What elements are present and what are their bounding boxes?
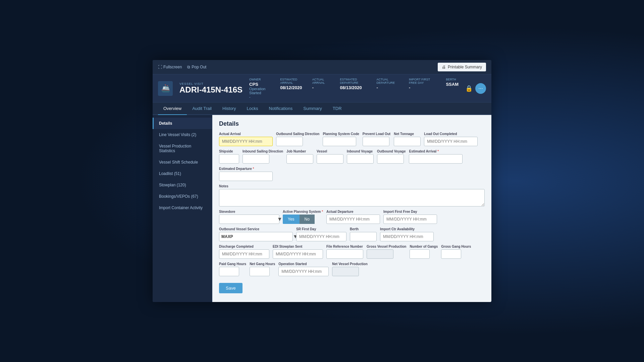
notes-textarea[interactable] — [219, 189, 485, 206]
sr-first-day-field-label: SR First Day — [296, 227, 346, 231]
sidebar-item-vessel-production-statistics[interactable]: Vessel Production Statistics — [153, 140, 212, 157]
edi-stowplan-field-label: EDI Stowplan Sent — [273, 245, 323, 248]
sidebar-item-line-vessel-visits[interactable]: Line Vessel Visits (2) — [153, 129, 212, 140]
file-reference-field-label: File Reference Number — [326, 245, 363, 248]
tab-locks[interactable]: Locks — [241, 103, 263, 115]
sidebar-item-vessel-shift-schedule[interactable]: Vessel Shift Schedule — [153, 157, 212, 168]
sidebar-item-stowplan[interactable]: Stowplan (120) — [153, 179, 212, 191]
sidebar-item-details[interactable]: Details — [153, 118, 212, 129]
shipside-field-label: Shipside — [219, 149, 239, 153]
discharge-input[interactable] — [219, 249, 269, 259]
planning-system-input[interactable]: ADRI416 — [323, 137, 356, 146]
vessel-input[interactable]: ADRI — [317, 154, 343, 164]
est-departure-value: 08/13/2020 — [340, 85, 369, 90]
est-arrival-field-label: Estimated Arrival * — [409, 149, 463, 153]
import-ctr-input[interactable] — [380, 232, 434, 241]
inbound-voyage-input[interactable]: 415N — [347, 154, 374, 164]
est-departure-field-label: Estimated Departure * — [219, 167, 273, 171]
outbound-voyage-input[interactable]: 416S — [377, 154, 404, 164]
tab-tdr[interactable]: TDR — [327, 103, 347, 115]
import-ffd-label: Import First Free Day — [409, 78, 438, 84]
import-ctr-field-label: Import Ctr Availability — [380, 227, 434, 231]
operation-started-input[interactable] — [278, 267, 329, 276]
edi-stowplan-input[interactable] — [273, 249, 323, 259]
outbound-vessel-input[interactable]: MAXPAC SERVICE FOR ANZ — [235, 232, 291, 241]
berth-value: SSAM — [446, 82, 459, 87]
tab-summary[interactable]: Summary — [298, 103, 327, 115]
prevent-load-input[interactable]: N — [363, 137, 389, 146]
print-icon: 🖨 — [442, 65, 446, 69]
outbound-sailing-field-label: Outbound Sailing Direction — [276, 132, 319, 136]
stevedore-field-label: Stevedore — [219, 210, 279, 214]
vessel-field-label: Vessel — [317, 149, 343, 153]
actual-departure-field-label: Actual Departure — [326, 210, 380, 214]
outbound-voyage-field-label: Outbound Voyage — [377, 149, 406, 153]
actual-arrival-field-label: Actual Arrival — [219, 132, 273, 136]
load-out-field-label: Load Out Completed — [424, 132, 478, 136]
load-out-input[interactable] — [424, 137, 478, 146]
fullscreen-label: Fullscreen — [163, 65, 182, 69]
vessel-header: 🚢 VESSEL VISIT ADRI-415N-416S Owner CPS … — [153, 74, 491, 103]
actual-departure-value: - — [377, 85, 401, 90]
toggle-no-button[interactable]: No — [300, 215, 315, 224]
gross-gang-field-label: Gross Gang Hours — [441, 245, 471, 248]
paid-gang-input[interactable]: 0 — [219, 267, 239, 276]
actual-arrival-input[interactable] — [219, 137, 273, 146]
printable-summary-button[interactable]: 🖨 Printable Summary — [438, 63, 486, 71]
tab-history[interactable]: History — [217, 103, 241, 115]
gross-vessel-field-label: Gross Vessel Production — [367, 245, 406, 248]
tab-overview[interactable]: Overview — [158, 103, 187, 115]
import-ffd-input[interactable] — [383, 215, 437, 224]
tab-notifications[interactable]: Notifications — [263, 103, 298, 115]
top-bar: ⛶ Fullscreen ⧉ Pop Out 🖨 Printable Summa… — [153, 60, 491, 74]
job-number-input[interactable]: N/A — [286, 154, 313, 164]
net-vessel-input[interactable] — [332, 267, 359, 276]
notes-field-label: Notes — [219, 184, 485, 188]
panel-title: Details — [219, 120, 485, 127]
stevedore-input[interactable]: SSA COOPER LLC — [219, 215, 275, 224]
owner-value: CPS — [249, 82, 272, 87]
berth-field-label: Berth — [350, 227, 377, 231]
import-ffd-field-label: Import First Free Day — [383, 210, 437, 214]
save-button[interactable]: Save — [219, 283, 243, 293]
actual-departure-input[interactable] — [326, 215, 380, 224]
est-departure-input[interactable]: 08/13/2020 02:30 — [219, 172, 273, 181]
operation-started-field-label: Operation Started — [278, 262, 329, 266]
net-vessel-field-label: Net Vessel Production — [332, 262, 368, 266]
toggle-yes-button[interactable]: Yes — [283, 215, 300, 224]
more-menu-button[interactable]: ··· — [475, 83, 486, 94]
berth-label: Berth — [446, 78, 459, 81]
file-reference-input[interactable] — [326, 249, 363, 259]
import-ffd-value: - — [409, 85, 438, 90]
sidebar-item-loadlist[interactable]: Loadlist (51) — [153, 168, 212, 179]
operation-label: Operation Started — [249, 87, 272, 95]
active-planning-field-label: Active Planning System * — [283, 210, 323, 214]
shipside-input[interactable]: P — [219, 154, 239, 164]
sidebar-item-import-container-activity[interactable]: Import Container Activity — [153, 202, 212, 214]
berth-input[interactable]: SSAM — [350, 232, 377, 241]
net-gang-input[interactable]: 0 — [250, 267, 270, 276]
actual-departure-label: Actual Departure — [377, 78, 401, 84]
actual-arrival-value: - — [312, 85, 332, 90]
est-arrival-label: Estimated Arrival — [280, 78, 304, 84]
vessel-icon: 🚢 — [158, 81, 173, 96]
est-arrival-field-input[interactable]: 08/12/2020 07:00 — [409, 154, 463, 164]
inbound-sailing-input[interactable]: S — [243, 154, 269, 164]
popout-icon: ⧉ — [187, 65, 190, 69]
active-planning-toggle[interactable]: Yes No — [283, 215, 323, 224]
fullscreen-button[interactable]: ⛶ Fullscreen — [158, 65, 182, 69]
fullscreen-icon: ⛶ — [158, 65, 162, 69]
net-tonnage-input[interactable]: 0 — [394, 137, 421, 146]
num-gangs-input[interactable]: 0 — [410, 249, 430, 259]
popout-button[interactable]: ⧉ Pop Out — [187, 65, 206, 69]
sidebar-item-bookings-vepos[interactable]: Bookings/VEPOs (67) — [153, 191, 212, 202]
tab-audit-trail[interactable]: Audit Trail — [187, 103, 217, 115]
popout-label: Pop Out — [192, 65, 206, 69]
planning-system-field-label: Planning System Code — [323, 132, 359, 136]
gross-vessel-input[interactable] — [367, 249, 393, 259]
gross-gang-input[interactable]: 0 — [441, 249, 461, 259]
sr-first-day-input[interactable] — [296, 232, 346, 241]
inbound-voyage-field-label: Inbound Voyage — [347, 149, 374, 153]
outbound-sailing-input[interactable]: N — [276, 137, 303, 146]
vessel-name: ADRI-415N-416S — [179, 85, 243, 94]
